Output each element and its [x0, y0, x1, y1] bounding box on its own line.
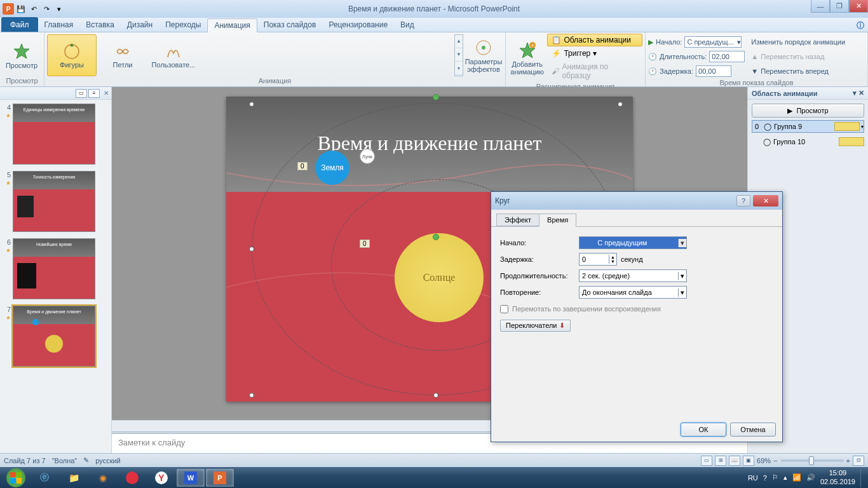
- tray-volume-icon[interactable]: 🔊: [806, 473, 815, 482]
- close-button[interactable]: ✕: [849, 0, 868, 13]
- animation-gallery-shapes[interactable]: Фигуры: [47, 34, 97, 76]
- pane-close-icon[interactable]: ✕: [858, 89, 864, 97]
- duration-input[interactable]: 02,00: [709, 51, 745, 62]
- start-select[interactable]: С предыдущим▾: [579, 236, 687, 249]
- dialog-tab-timing[interactable]: Время: [539, 214, 576, 227]
- rewind-checkbox-input[interactable]: [500, 305, 508, 313]
- resize-handle[interactable]: [249, 102, 254, 107]
- language-indicator[interactable]: русский: [95, 457, 120, 464]
- add-animation-button[interactable]: + Добавить анимацию: [508, 37, 546, 79]
- tab-design[interactable]: Дизайн: [121, 18, 159, 32]
- close-thumbs-icon[interactable]: ✕: [104, 90, 109, 97]
- reading-view-button[interactable]: 📖: [729, 456, 740, 466]
- resize-handle[interactable]: [433, 393, 438, 398]
- undo-icon[interactable]: ↶: [28, 3, 39, 15]
- dialog-titlebar[interactable]: Круг ? ✕: [491, 192, 782, 210]
- thumbnail-7[interactable]: 7★ Время и движение планет: [3, 306, 109, 367]
- zoom-thumb[interactable]: [809, 456, 814, 465]
- moon-shape[interactable]: Луна: [360, 149, 375, 164]
- tray-lang[interactable]: RU: [748, 474, 758, 482]
- dialog-tab-effect[interactable]: Эффект: [496, 214, 539, 226]
- taskbar-opera[interactable]: [118, 469, 146, 487]
- file-tab[interactable]: Файл: [1, 17, 38, 32]
- tray-clock[interactable]: 15:0902.05.2019: [820, 469, 855, 485]
- minimize-button[interactable]: —: [811, 0, 830, 13]
- tab-slideshow[interactable]: Показ слайдов: [257, 18, 323, 32]
- thumbnail-list[interactable]: 4★ Единицы измерения времени 5★ Точность…: [0, 100, 111, 453]
- animation-pane-button[interactable]: 📋Область анимации: [547, 34, 642, 46]
- anim-order-badge-1[interactable]: 0: [360, 240, 370, 248]
- thumbnail-4[interactable]: 4★ Единицы измерения времени: [3, 104, 109, 165]
- zoom-in-icon[interactable]: +: [846, 457, 850, 464]
- cancel-button[interactable]: Отмена: [730, 423, 776, 437]
- save-icon[interactable]: 💾: [15, 3, 27, 15]
- timeline-bar[interactable]: [834, 122, 860, 131]
- resize-handle[interactable]: [618, 102, 623, 107]
- dialog-help-button[interactable]: ?: [736, 195, 750, 207]
- help-icon[interactable]: ⓘ: [857, 20, 864, 31]
- slideshow-view-button[interactable]: ▣: [743, 456, 754, 466]
- triggers-toggle-button[interactable]: Переключатели⬇: [500, 320, 571, 332]
- sorter-view-button[interactable]: ⊞: [715, 456, 726, 466]
- start-button[interactable]: [3, 468, 29, 487]
- taskbar-explorer[interactable]: 📁: [60, 469, 88, 487]
- start-dropdown[interactable]: С предыдущ...▾: [684, 36, 742, 48]
- outline-tab-icon[interactable]: ≡: [88, 89, 100, 98]
- taskbar-powerpoint[interactable]: P: [206, 469, 234, 487]
- anim-list-item-0[interactable]: 0 ◯ Группа 9 ▾: [752, 120, 864, 133]
- fit-window-button[interactable]: ⊡: [853, 456, 864, 466]
- duration-select[interactable]: 2 сек. (средне)▾: [579, 269, 687, 282]
- spellcheck-icon[interactable]: ✎: [83, 456, 89, 464]
- animation-gallery-custom[interactable]: Пользовате...: [149, 34, 198, 76]
- gallery-scroll[interactable]: ▲▼▾: [454, 34, 463, 76]
- effect-options-button[interactable]: Параметры эффектов: [465, 34, 503, 76]
- preview-button[interactable]: Просмотр: [3, 34, 41, 76]
- trigger-button[interactable]: ⚡Триггер▾: [547, 47, 642, 60]
- zoom-out-icon[interactable]: −: [773, 457, 777, 464]
- tray-help-icon[interactable]: ?: [763, 474, 767, 482]
- taskbar-word[interactable]: W: [177, 469, 205, 487]
- play-preview-button[interactable]: ▶Просмотр: [752, 104, 864, 118]
- resize-handle[interactable]: [249, 247, 254, 252]
- slides-tab-icon[interactable]: ▭: [76, 89, 87, 98]
- tray-flag-icon[interactable]: ⚐: [772, 473, 778, 482]
- earth-shape[interactable]: Земля: [315, 151, 349, 185]
- rewind-checkbox[interactable]: Перемотать по завершении воспроизведения: [500, 305, 661, 313]
- anim-list-item-1[interactable]: ◯ Группа 10: [752, 135, 864, 148]
- taskbar-mediaplayer[interactable]: ◉: [89, 469, 117, 487]
- path-start-handle-icon[interactable]: [433, 234, 439, 240]
- tab-transitions[interactable]: Переходы: [159, 18, 207, 32]
- tray-network-icon[interactable]: 📶: [792, 473, 801, 482]
- dialog-close-button[interactable]: ✕: [753, 195, 778, 207]
- tab-view[interactable]: Вид: [394, 18, 421, 32]
- redo-icon[interactable]: ↷: [41, 3, 52, 15]
- thumbnail-6[interactable]: 6★ Новейшее время: [3, 238, 109, 299]
- thumbnail-5[interactable]: 5★ Точность измерения: [3, 171, 109, 232]
- timeline-bar[interactable]: [839, 137, 864, 146]
- qat-dropdown-icon[interactable]: ▾: [53, 3, 65, 15]
- taskbar-ie[interactable]: ⓔ: [31, 469, 58, 487]
- ok-button[interactable]: ОК: [681, 423, 726, 437]
- sun-shape[interactable]: Солнце: [395, 233, 484, 322]
- animation-gallery-loops[interactable]: Петли: [98, 34, 147, 76]
- show-desktop-button[interactable]: [860, 468, 865, 487]
- anim-order-badge-0[interactable]: 0: [297, 162, 308, 170]
- delay-spinner[interactable]: 0▲▼: [579, 253, 617, 266]
- zoom-slider[interactable]: [780, 459, 844, 462]
- tab-review[interactable]: Рецензирование: [322, 18, 394, 32]
- rotation-handle-icon[interactable]: [433, 94, 439, 100]
- move-later-button[interactable]: ▼Переместить вперед: [751, 64, 845, 78]
- zoom-level[interactable]: 69%: [757, 457, 771, 464]
- taskbar-yandex[interactable]: Y: [147, 469, 175, 487]
- normal-view-button[interactable]: ▭: [701, 456, 712, 466]
- resize-handle[interactable]: [249, 393, 254, 398]
- pane-dropdown-icon[interactable]: ▾: [853, 89, 857, 97]
- tab-home[interactable]: Главная: [38, 18, 80, 32]
- tray-chevron-icon[interactable]: ▴: [783, 473, 787, 482]
- repeat-select[interactable]: До окончания слайда▾: [579, 286, 687, 299]
- maximize-button[interactable]: ❐: [830, 0, 849, 13]
- tab-insert[interactable]: Вставка: [79, 18, 121, 32]
- item-dropdown-icon[interactable]: ▾: [861, 124, 864, 130]
- delay-input[interactable]: 00,00: [696, 65, 731, 77]
- tab-animation[interactable]: Анимация: [207, 18, 257, 32]
